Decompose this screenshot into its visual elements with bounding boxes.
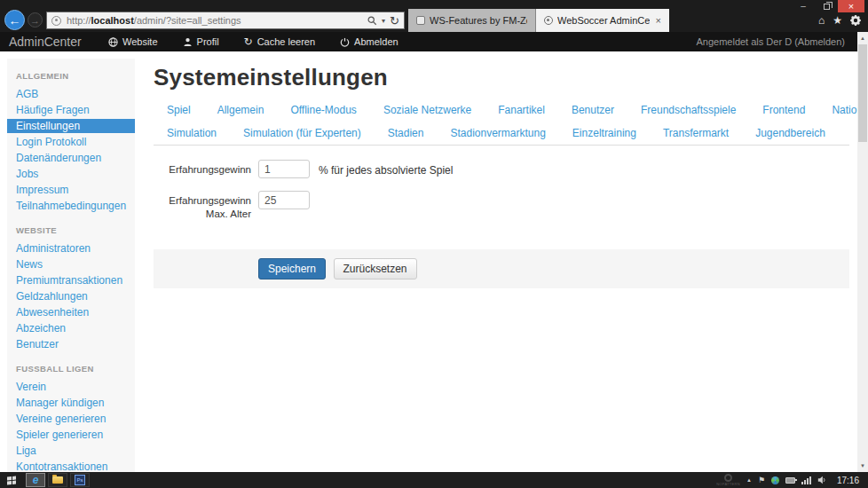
settings-tab[interactable]: Fanartikel	[485, 98, 558, 122]
navbar-item-profil[interactable]: Profil	[183, 36, 219, 47]
sidebar-item[interactable]: AGB	[7, 87, 135, 101]
sidebar-item-label: Datenänderungen	[16, 152, 101, 164]
sidebar-item[interactable]: News	[7, 257, 135, 272]
browser-back-button[interactable]: ←	[4, 10, 25, 30]
settings-tab[interactable]: Benutzer	[558, 98, 627, 122]
sidebar-item-label: Impressum	[16, 184, 68, 196]
settings-tab[interactable]: Soziale Netzwerke	[370, 98, 485, 122]
settings-tab[interactable]: Stadien	[375, 122, 438, 145]
max-alter-input[interactable]	[258, 191, 310, 209]
sidebar-section-allgemein: ALLGEMEIN AGBHäufige FragenEinstellungen…	[7, 71, 135, 213]
page-viewport: ALLGEMEIN AGBHäufige FragenEinstellungen…	[0, 51, 857, 472]
window-controls: – ×	[792, 0, 864, 12]
tray-app-icon[interactable]	[771, 476, 779, 484]
network-signal-icon[interactable]	[801, 476, 811, 484]
settings-tab[interactable]: Offline-Modus	[277, 98, 369, 122]
gear-icon[interactable]	[850, 15, 861, 26]
home-icon[interactable]: ⌂	[818, 15, 825, 26]
chevron-down-icon[interactable]: ▾	[382, 17, 385, 25]
speaker-icon[interactable]	[817, 476, 826, 484]
sidebar-item[interactable]: Impressum	[7, 183, 135, 197]
url-prefix: http://	[67, 15, 91, 26]
browser-tab-inactive[interactable]: WS-Features by FM-Zocker.de	[408, 9, 536, 32]
sidebar-item[interactable]: Teilnahmebedingungen	[7, 199, 135, 213]
scroll-up-icon[interactable]: ▲	[857, 32, 868, 44]
battery-icon[interactable]	[785, 477, 795, 484]
settings-tab[interactable]: Simulation	[154, 122, 230, 145]
windows-logo-icon	[7, 476, 16, 484]
sidebar-item[interactable]: Manager kündigen	[7, 396, 135, 410]
screen: – × ← → http://localhost/admin/?site=all…	[0, 0, 868, 488]
sidebar-section-header: FUSSBALL LIGEN	[7, 364, 135, 374]
sidebar-item[interactable]: Administratoren	[7, 241, 135, 256]
sidebar-item[interactable]: Benutzer	[7, 337, 135, 351]
taskbar-ie-button[interactable]: e	[26, 473, 45, 487]
tab-close-icon[interactable]: ×	[656, 15, 661, 26]
settings-tab[interactable]: Simulation (für Experten)	[230, 122, 375, 145]
brand-title[interactable]: AdminCenter	[9, 35, 108, 49]
sidebar-item[interactable]: Abzeichen	[7, 321, 135, 335]
navbar-item-website[interactable]: Website	[108, 36, 158, 47]
sidebar-section-fussball-ligen: FUSSBALL LIGEN VereinManager kündigenVer…	[7, 364, 135, 472]
sidebar-item[interactable]: Spieler generieren	[7, 428, 135, 442]
close-icon: ×	[848, 2, 854, 12]
sidebar-item[interactable]: Premiumtransaktionen	[7, 273, 135, 287]
form-actions-bar: Speichern Zurücksetzen	[154, 249, 849, 288]
folder-icon	[52, 476, 63, 484]
settings-tab[interactable]: Frontend	[749, 98, 818, 122]
sidebar-item-label: Manager kündigen	[16, 397, 104, 409]
scrollbar-thumb[interactable]	[858, 44, 867, 142]
reset-button[interactable]: Zurücksetzen	[334, 258, 417, 279]
refresh-icon[interactable]: ↻	[390, 14, 399, 28]
taskbar-photoshop-button[interactable]: Ps	[70, 473, 90, 487]
sidebar-item[interactable]: Login Protokoll	[7, 135, 135, 149]
search-icon[interactable]	[367, 16, 377, 26]
settings-tab[interactable]: Jugendbereich	[742, 122, 839, 145]
admin-navbar: AdminCenter Website Profil ↻ Cache leere…	[0, 32, 857, 51]
sidebar-item[interactable]: Datenänderungen	[7, 151, 135, 165]
navbar-items: Website Profil ↻ Cache leeren Abmelden	[108, 36, 398, 47]
settings-tabs-row2: SimulationSimulation (für Experten)Stadi…	[154, 122, 849, 146]
settings-tab[interactable]: Einzeltraining	[559, 122, 650, 145]
navbar-item-label: Abmelden	[354, 36, 398, 47]
vertical-scrollbar[interactable]: ▲ ▼	[857, 32, 868, 472]
scroll-down-icon[interactable]: ▼	[857, 460, 868, 472]
sidebar-item[interactable]: Kontotransaktionen	[7, 460, 135, 472]
sidebar-item-label: Liga	[16, 445, 36, 457]
navbar-item-cache-leeren[interactable]: ↻ Cache leeren	[244, 36, 316, 47]
restore-button[interactable]	[815, 0, 838, 12]
sidebar-item[interactable]: Liga	[7, 444, 135, 458]
sidebar-item[interactable]: Jobs	[7, 167, 135, 181]
sidebar-item-label: Benutzer	[16, 338, 59, 350]
star-icon[interactable]: ★	[832, 15, 842, 26]
close-button[interactable]: ×	[838, 0, 864, 12]
settings-tab[interactable]: Allgemein	[204, 98, 278, 122]
start-button[interactable]	[0, 472, 23, 488]
sidebar-item[interactable]: Geldzahlungen	[7, 289, 135, 303]
sidebar-item[interactable]: Häufige Fragen	[7, 103, 135, 117]
minimize-button[interactable]: –	[792, 0, 815, 12]
sidebar-item[interactable]: Abwesenheiten	[7, 305, 135, 319]
tray-expand-icon[interactable]: ▲	[746, 477, 752, 483]
taskbar-clock[interactable]: 17:16	[837, 476, 859, 485]
logged-in-status[interactable]: Angemeldet als Der D (Abmelden)	[696, 36, 845, 47]
sidebar-item[interactable]: Verein	[7, 380, 135, 394]
erfahrungsgewinn-input[interactable]	[258, 160, 310, 178]
settings-tab-label: Transfermarkt	[663, 127, 729, 139]
sidebar-item-label: Einstellungen	[16, 120, 80, 132]
address-bar[interactable]: http://localhost/admin/?site=all_setting…	[46, 12, 405, 29]
sidebar-item[interactable]: Vereine generieren	[7, 412, 135, 426]
sidebar-item[interactable]: Einstellungen	[7, 119, 135, 133]
navbar-item-label: Profil	[197, 36, 219, 47]
settings-tab[interactable]: Spiel	[154, 98, 204, 122]
settings-tab[interactable]: Transfermarkt	[650, 122, 742, 145]
browser-forward-button[interactable]: →	[28, 12, 43, 28]
settings-tab[interactable]: Freundschaftsspiele	[627, 98, 749, 122]
field-label: Erfahrungsgewinn Max. Alter	[154, 191, 251, 221]
settings-tab[interactable]: Stadionvermarktung	[437, 122, 558, 145]
browser-tab-active[interactable]: WebSoccer AdminCenter ×	[536, 9, 669, 32]
save-button[interactable]: Speichern	[258, 258, 326, 279]
taskbar-explorer-button[interactable]	[48, 473, 67, 487]
flag-icon[interactable]: ⚑	[758, 476, 765, 484]
navbar-item-abmelden[interactable]: Abmelden	[340, 36, 398, 47]
